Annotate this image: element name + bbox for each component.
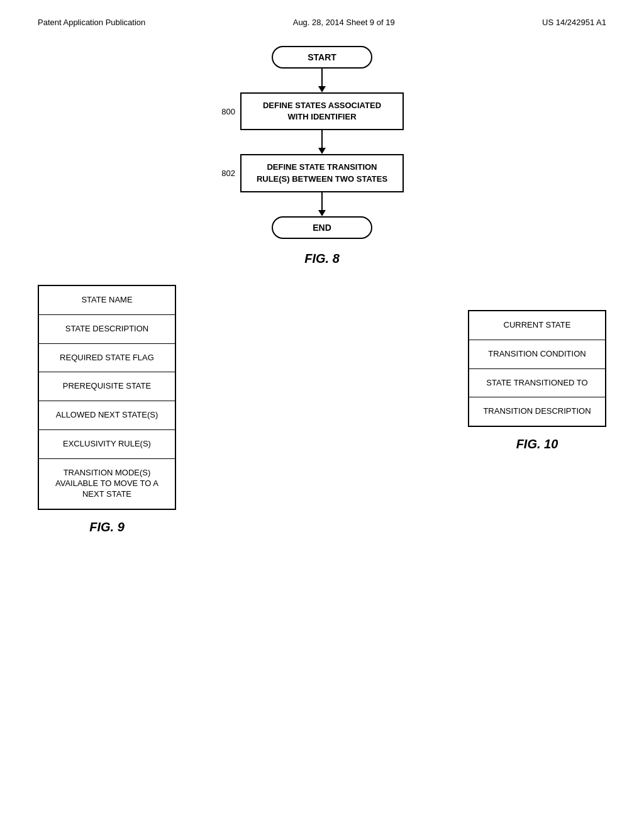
arrow-line-3 xyxy=(321,192,323,210)
arrow-1 xyxy=(318,69,326,92)
fig8-label: FIG. 8 xyxy=(0,252,644,266)
arrow-line-1 xyxy=(321,69,323,86)
arrow-2 xyxy=(318,130,326,154)
fig10-row: STATE TRANSITIONED TO xyxy=(469,369,605,398)
fig10-label: FIG. 10 xyxy=(516,437,558,451)
flowchart-fig8: START 800 DEFINE STATES ASSOCIATED WITH … xyxy=(0,46,644,239)
arrow-line-2 xyxy=(321,130,323,148)
start-node: START xyxy=(272,46,372,69)
fig10-row: TRANSITION DESCRIPTION xyxy=(469,397,605,426)
arrow-3 xyxy=(318,192,326,216)
fig9-row: STATE DESCRIPTION xyxy=(39,315,175,344)
fig10-row: TRANSITION CONDITION xyxy=(469,340,605,369)
fig10-section: CURRENT STATETRANSITION CONDITIONSTATE T… xyxy=(468,310,606,452)
arrow-head-1 xyxy=(318,86,326,92)
fig9-section: STATE NAMESTATE DESCRIPTIONREQUIRED STAT… xyxy=(38,285,176,534)
node802-label: 802 xyxy=(221,169,235,178)
node800-label: 800 xyxy=(221,107,235,116)
fig9-row: EXCLUSIVITY RULE(S) xyxy=(39,430,175,459)
page-header: Patent Application Publication Aug. 28, … xyxy=(0,0,644,27)
arrow-head-2 xyxy=(318,148,326,154)
node802: DEFINE STATE TRANSITION RULE(S) BETWEEN … xyxy=(240,154,404,192)
node800-wrapper: 800 DEFINE STATES ASSOCIATED WITH IDENTI… xyxy=(240,92,404,130)
fig9-row: TRANSITION MODE(S) AVAILABLE TO MOVE TO … xyxy=(39,459,175,509)
node802-wrapper: 802 DEFINE STATE TRANSITION RULE(S) BETW… xyxy=(240,154,404,192)
header-right: US 14/242951 A1 xyxy=(542,18,606,27)
fig9-row: STATE NAME xyxy=(39,286,175,315)
fig9-row: ALLOWED NEXT STATE(S) xyxy=(39,401,175,430)
end-node: END xyxy=(272,216,372,239)
fig9-row: REQUIRED STATE FLAG xyxy=(39,344,175,373)
fig9-label: FIG. 9 xyxy=(89,520,125,534)
header-left: Patent Application Publication xyxy=(38,18,145,27)
arrow-head-3 xyxy=(318,210,326,216)
fig10-table: CURRENT STATETRANSITION CONDITIONSTATE T… xyxy=(468,310,606,428)
fig9-row: PREREQUISITE STATE xyxy=(39,372,175,401)
node800: DEFINE STATES ASSOCIATED WITH IDENTIFIER xyxy=(240,92,404,130)
bottom-section: STATE NAMESTATE DESCRIPTIONREQUIRED STAT… xyxy=(0,285,644,534)
header-middle: Aug. 28, 2014 Sheet 9 of 19 xyxy=(293,18,395,27)
fig10-row: CURRENT STATE xyxy=(469,311,605,340)
fig9-table: STATE NAMESTATE DESCRIPTIONREQUIRED STAT… xyxy=(38,285,176,510)
